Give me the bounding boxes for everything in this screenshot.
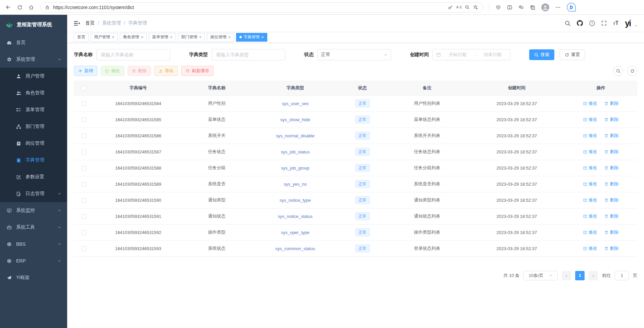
- browser-essentials-icon[interactable]: [496, 5, 501, 10]
- caret-down-icon[interactable]: ▼: [635, 25, 637, 27]
- page-size-select[interactable]: 10条/页: [523, 271, 558, 280]
- tab-dict-mgmt[interactable]: 字典管理 ×: [236, 33, 267, 42]
- tab-role-mgmt[interactable]: 角色管理 ×: [120, 33, 147, 42]
- split-screen-icon[interactable]: [507, 5, 512, 10]
- close-icon[interactable]: ×: [112, 35, 114, 39]
- page-number-1[interactable]: 1: [575, 271, 585, 280]
- collections-icon[interactable]: [530, 5, 535, 10]
- row-delete-link[interactable]: 删除: [604, 165, 618, 171]
- help-icon[interactable]: ?: [589, 20, 595, 26]
- sidebar-item-bbs[interactable]: BBS: [0, 236, 67, 252]
- sidebar-item-monitor[interactable]: 系统监控: [0, 202, 67, 219]
- row-edit-link[interactable]: 修改: [583, 133, 597, 139]
- row-checkbox[interactable]: [81, 118, 86, 122]
- row-checkbox[interactable]: [81, 214, 86, 219]
- url-text[interactable]: https://ccnetcore.com:1101/system/dict: [53, 5, 445, 10]
- dict-name-input[interactable]: [96, 49, 170, 60]
- close-icon[interactable]: ×: [261, 35, 264, 39]
- row-delete-link[interactable]: 删除: [604, 116, 618, 123]
- row-delete-link[interactable]: 删除: [604, 245, 618, 251]
- fullscreen-icon[interactable]: [601, 20, 607, 26]
- profile-avatar[interactable]: [541, 3, 549, 11]
- row-checkbox[interactable]: [81, 134, 86, 138]
- next-page-button[interactable]: ›: [589, 271, 598, 280]
- close-icon[interactable]: ×: [199, 35, 202, 39]
- row-checkbox[interactable]: [81, 230, 86, 235]
- export-button[interactable]: 导出: [154, 66, 178, 76]
- sidebar-item-param-settings[interactable]: 参数设置: [0, 169, 67, 185]
- sidebar-item-dept-mgmt[interactable]: 部门管理: [0, 118, 67, 135]
- read-aloud-icon[interactable]: A: [456, 5, 461, 10]
- edit-button[interactable]: 修改: [101, 66, 124, 76]
- row-edit-link[interactable]: 修改: [583, 100, 597, 106]
- row-edit-link[interactable]: 修改: [583, 181, 597, 187]
- sidebar-item-role-mgmt[interactable]: 角色管理: [0, 85, 67, 101]
- dict-type-link[interactable]: sys_job_status: [281, 149, 310, 154]
- delete-button[interactable]: 删除: [128, 66, 151, 76]
- dict-type-link[interactable]: sys_user_sex: [282, 101, 308, 106]
- row-delete-link[interactable]: 删除: [604, 229, 618, 235]
- sidebar-collapse-icon[interactable]: [74, 21, 80, 26]
- goto-page-input[interactable]: [615, 271, 629, 280]
- back-icon[interactable]: [5, 4, 11, 10]
- sidebar-item-post-mgmt[interactable]: 岗位管理: [0, 135, 67, 152]
- favorites-bar-icon[interactable]: [518, 5, 524, 10]
- dict-type-link[interactable]: sys_yes_no: [284, 182, 307, 187]
- row-checkbox[interactable]: [81, 101, 86, 106]
- refresh-table-button[interactable]: [627, 66, 637, 76]
- row-checkbox[interactable]: [81, 166, 86, 171]
- row-edit-link[interactable]: 修改: [583, 165, 597, 171]
- github-icon[interactable]: [577, 20, 583, 26]
- toggle-search-button[interactable]: [613, 66, 623, 76]
- row-checkbox[interactable]: [81, 182, 86, 187]
- dict-type-link[interactable]: sys_notice_status: [278, 214, 313, 219]
- sidebar-item-log-mgmt[interactable]: 日志管理: [0, 185, 67, 202]
- sidebar-logo[interactable]: 意框架管理系统: [0, 15, 67, 34]
- sidebar-item-yi-framework[interactable]: Yi框架: [0, 269, 67, 286]
- close-icon[interactable]: ×: [170, 35, 173, 39]
- add-favorite-star-icon[interactable]: [473, 5, 478, 10]
- dict-type-link[interactable]: sys_job_group: [281, 166, 310, 171]
- close-icon[interactable]: ×: [228, 35, 231, 39]
- tab-dept-mgmt[interactable]: 部门管理 ×: [178, 33, 205, 42]
- date-range-picker[interactable]: 开始日期 - 结束日期: [432, 49, 510, 60]
- row-edit-link[interactable]: 修改: [583, 213, 597, 219]
- password-key-icon[interactable]: [448, 5, 453, 10]
- address-bar[interactable]: https://ccnetcore.com:1101/system/dict A: [40, 2, 483, 12]
- dict-type-link[interactable]: sys_normal_disable: [276, 133, 315, 138]
- bing-chat-icon[interactable]: b: [567, 3, 576, 12]
- sidebar-item-home[interactable]: 首页: [0, 34, 67, 51]
- breadcrumb-home[interactable]: 首页: [85, 20, 95, 26]
- row-checkbox[interactable]: [81, 246, 86, 251]
- status-select[interactable]: 正常: [317, 49, 391, 60]
- close-icon[interactable]: ×: [141, 35, 144, 39]
- dict-type-link[interactable]: sys_show_hide: [280, 117, 310, 122]
- dict-type-input[interactable]: [212, 49, 285, 60]
- home-icon[interactable]: [29, 5, 34, 10]
- row-checkbox[interactable]: [81, 198, 86, 203]
- tab-home[interactable]: 首页: [74, 33, 89, 42]
- dict-type-link[interactable]: sys_oper_type: [281, 230, 310, 235]
- select-all-checkbox[interactable]: [81, 86, 86, 91]
- row-delete-link[interactable]: 删除: [604, 133, 618, 139]
- refresh-cache-button[interactable]: 刷新缓存: [181, 66, 214, 76]
- refresh-icon[interactable]: [17, 5, 22, 10]
- row-edit-link[interactable]: 修改: [583, 197, 597, 203]
- sidebar-item-tools[interactable]: 系统工具: [0, 219, 67, 236]
- row-edit-link[interactable]: 修改: [583, 245, 597, 251]
- row-edit-link[interactable]: 修改: [583, 116, 597, 123]
- row-delete-link[interactable]: 删除: [604, 149, 618, 155]
- more-menu-icon[interactable]: [555, 5, 561, 10]
- add-button[interactable]: 新增: [74, 66, 97, 76]
- sidebar-item-erp[interactable]: ERP: [0, 252, 67, 269]
- tab-user-mgmt[interactable]: 用户管理 ×: [91, 33, 118, 42]
- row-edit-link[interactable]: 修改: [583, 229, 597, 235]
- tab-post-mgmt[interactable]: 岗位管理 ×: [207, 33, 234, 42]
- row-delete-link[interactable]: 删除: [604, 213, 618, 219]
- sidebar-item-menu-mgmt[interactable]: 菜单管理: [0, 101, 67, 118]
- dict-type-link[interactable]: sys_common_status: [275, 246, 315, 251]
- prev-page-button[interactable]: ‹: [562, 271, 571, 280]
- zoom-out-icon[interactable]: [465, 5, 470, 10]
- sidebar-item-system[interactable]: 系统管理: [0, 51, 67, 68]
- sidebar-item-user-mgmt[interactable]: 用户管理: [0, 68, 67, 85]
